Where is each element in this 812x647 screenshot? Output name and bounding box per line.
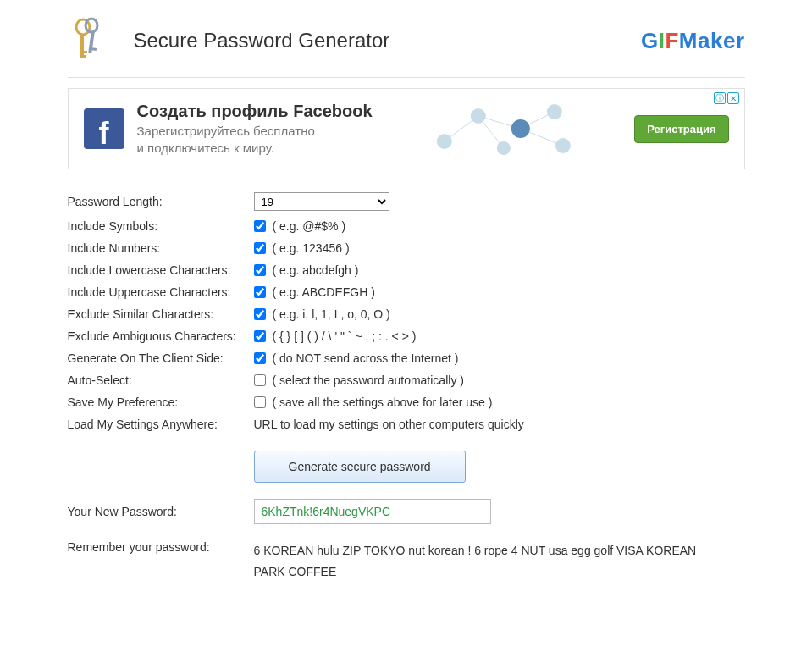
gifmaker-logo[interactable]: GIFMaker <box>641 28 745 54</box>
svg-rect-2 <box>80 51 87 53</box>
auto-select-checkbox[interactable] <box>254 374 266 386</box>
svg-point-12 <box>436 134 451 149</box>
ad-close-icon[interactable]: ⓘ✕ <box>714 92 739 104</box>
include-uppercase-label: Include Uppercase Characters: <box>68 285 254 299</box>
include-numbers-label: Include Numbers: <box>68 241 254 255</box>
facebook-icon: f <box>84 108 124 149</box>
include-symbols-example: ( e.g. @#$% ) <box>273 219 346 233</box>
ad-register-button[interactable]: Регистрация <box>634 115 728 143</box>
include-lowercase-label: Include Lowercase Characters: <box>68 263 254 277</box>
ad-banner: ⓘ✕ f Создать профиль Facebook Зарегистри… <box>68 88 745 169</box>
keys-icon <box>68 17 108 64</box>
include-numbers-checkbox[interactable] <box>254 242 266 254</box>
save-preference-example: ( save all the settings above for later … <box>273 395 493 409</box>
client-side-label: Generate On The Client Side: <box>68 351 254 365</box>
include-lowercase-checkbox[interactable] <box>254 264 266 276</box>
load-settings-label: Load My Settings Anywhere: <box>68 418 254 431</box>
load-settings-text: URL to load my settings on other compute… <box>254 418 524 431</box>
password-length-label: Password Length: <box>68 195 254 208</box>
svg-point-13 <box>470 108 485 124</box>
exclude-similar-checkbox[interactable] <box>254 308 266 320</box>
exclude-similar-label: Exclude Similar Characters: <box>68 307 254 321</box>
password-length-select[interactable]: 19 <box>254 192 389 211</box>
remember-label: Remember your password: <box>68 540 254 554</box>
exclude-ambiguous-label: Exclude Ambiguous Characters: <box>68 329 254 343</box>
client-side-example: ( do NOT send across the Internet ) <box>273 351 459 365</box>
svg-point-14 <box>511 119 529 138</box>
svg-rect-1 <box>80 34 84 58</box>
svg-point-16 <box>555 138 570 153</box>
save-preference-label: Save My Preference: <box>68 395 254 409</box>
generate-button[interactable]: Generate secure password <box>254 451 466 483</box>
password-output[interactable] <box>254 499 491 524</box>
svg-point-15 <box>546 104 561 119</box>
exclude-ambiguous-checkbox[interactable] <box>254 330 266 342</box>
page-header: Secure Password Generator GIFMaker <box>68 17 745 78</box>
include-uppercase-example: ( e.g. ABCDEFGH ) <box>273 285 375 299</box>
page-title: Secure Password Generator <box>134 29 390 53</box>
ad-title: Создать профиль Facebook <box>137 102 373 121</box>
ad-network-graphic <box>385 99 622 158</box>
auto-select-label: Auto-Select: <box>68 373 254 387</box>
exclude-ambiguous-example: ( { } [ ] ( ) / \ ' " ` ~ , ; : . < > ) <box>273 329 417 343</box>
auto-select-example: ( select the password automatically ) <box>273 373 464 387</box>
remember-text: 6 KOREAN hulu ZIP TOKYO nut korean ! 6 r… <box>254 540 745 583</box>
exclude-similar-example: ( e.g. i, l, 1, L, o, 0, O ) <box>273 307 390 321</box>
ad-subtitle: Зарегистрируйтесь бесплатно и подключите… <box>137 123 373 156</box>
include-lowercase-example: ( e.g. abcdefgh ) <box>273 263 359 277</box>
svg-point-4 <box>86 19 97 32</box>
client-side-checkbox[interactable] <box>254 352 266 364</box>
new-password-label: Your New Password: <box>68 505 254 518</box>
include-uppercase-checkbox[interactable] <box>254 286 266 298</box>
svg-rect-3 <box>80 55 86 58</box>
include-symbols-checkbox[interactable] <box>254 220 266 232</box>
include-symbols-label: Include Symbols: <box>68 219 254 233</box>
save-preference-checkbox[interactable] <box>254 396 266 408</box>
svg-point-17 <box>496 141 510 155</box>
include-numbers-example: ( e.g. 123456 ) <box>273 241 350 255</box>
